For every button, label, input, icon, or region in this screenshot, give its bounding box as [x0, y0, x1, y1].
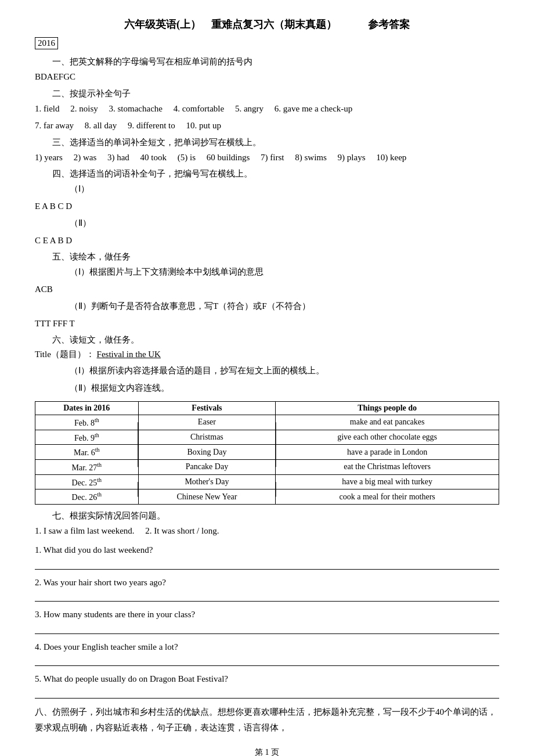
section6-heading: 六、读短文，做任务。: [35, 334, 499, 345]
table-row-festival-4: Mother's Day: [138, 474, 276, 489]
section4-heading: 四、选择适当的词语补全句子，把编号写在横线上。: [35, 168, 499, 179]
section8-heading: 八、仿照例子，列出城市和乡村生活的优缺点。想想你更喜欢哪种生活，把标题补充完整，…: [35, 704, 499, 736]
section1-answer: BDAEFGC: [35, 70, 499, 85]
section5-sub1: （Ⅰ）根据图片与上下文猜测绘本中划线单词的意思: [70, 265, 499, 280]
section5-answer2: TTT FFF T: [35, 316, 499, 332]
q4: 4. Does your English teacher smile a lot…: [35, 640, 499, 655]
table-row-thing-3: eat the Christmas leftovers: [276, 459, 499, 474]
a3: [35, 624, 499, 634]
table-row-date-2: Mar. 6th: [35, 445, 139, 460]
section7-qa: 1. What did you do last weekend? 2. Was …: [35, 543, 499, 699]
col-header-festivals: Festivals: [138, 402, 276, 415]
a1: [35, 559, 499, 570]
q2: 2. Was your hair short two years ago?: [35, 575, 499, 591]
a5: [35, 688, 499, 699]
title-value: Festival in the UK: [97, 350, 161, 359]
section5-answer1: ACB: [35, 282, 499, 297]
table-row-festival-1: Christmas: [138, 430, 276, 445]
section4-answer2: C E A B D: [35, 233, 499, 249]
table-row-thing-2: have a parade in London: [276, 445, 499, 460]
table-row-date-4: Dec. 25th: [35, 474, 139, 489]
section6-title: Title（题目）： Festival in the UK: [35, 349, 499, 360]
section2-line1: 1. field 2. noisy 3. stomachache 4. comf…: [35, 102, 499, 117]
section3-heading: 三、选择适当的单词补全短文，把单词抄写在横线上。: [35, 137, 499, 148]
section7-example: 1. I saw a film last weekend. 2. It was …: [35, 524, 499, 539]
table-row-date-5: Dec. 26th: [35, 489, 139, 505]
section2-heading: 二、按提示补全句子: [35, 88, 499, 99]
section7-heading: 七、根据实际情况回答问题。: [35, 510, 499, 521]
match-table: Dates in 2016 Festivals Things people do…: [35, 401, 499, 505]
col-header-things: Things people do: [276, 402, 499, 415]
q3: 3. How many students are there in your c…: [35, 607, 499, 622]
col-header-dates: Dates in 2016: [35, 402, 139, 415]
table-row-thing-5: cook a meal for their mothers: [276, 489, 499, 505]
section3-answer: 1) years 2) was 3) had 40 took (5) is 60…: [35, 150, 499, 165]
table-row-festival-3: Pancake Day: [138, 459, 276, 474]
section5-heading: 五、读绘本，做任务: [35, 251, 499, 262]
matching-exercise: Dates in 2016 Festivals Things people do…: [35, 401, 499, 505]
title-label: Title（题目）：: [35, 350, 95, 359]
year-box: 2016: [35, 37, 58, 49]
table-row-date-0: Feb. 8th: [35, 415, 139, 430]
section1-heading: 一、把英文解释的字母编号写在相应单词前的括号内: [35, 56, 499, 67]
page-title: 六年级英语(上） 重难点复习六（期末真题） 参考答案: [35, 17, 499, 31]
table-row-festival-0: Easer: [138, 415, 276, 430]
page-number: 第 1 页: [35, 747, 499, 756]
table-row-thing-0: make and eat pancakes: [276, 415, 499, 430]
section2-line2: 7. far away 8. all day 9. different to 1…: [35, 118, 499, 134]
a2: [35, 591, 499, 602]
table-row-thing-4: have a big meal with turkey: [276, 474, 499, 489]
q5: 5. What do people usually do on Dragon B…: [35, 672, 499, 687]
section4-answer1: E A B C D: [35, 199, 499, 214]
table-row-festival-2: Boxing Day: [138, 445, 276, 460]
section5-sub2: （Ⅱ）判断句子是否符合故事意思，写T（符合）或F（不符合）: [70, 299, 499, 314]
table-row-thing-1: give each other chocolate eggs: [276, 430, 499, 445]
section6-sub1: （Ⅰ）根据所读内容选择最合适的题目，抄写在短文上面的横线上。: [70, 363, 499, 379]
q1: 1. What did you do last weekend?: [35, 543, 499, 558]
table-row-date-1: Feb. 9th: [35, 430, 139, 445]
table-row-festival-5: Chinese New Year: [138, 489, 276, 505]
table-row-date-3: Mar. 27th: [35, 459, 139, 474]
section4-sub2: （Ⅱ）: [70, 216, 499, 231]
a4: [35, 656, 499, 666]
section4-sub1: （Ⅰ）: [70, 182, 499, 197]
section6-sub2: （Ⅱ）根据短文内容连线。: [70, 381, 499, 396]
